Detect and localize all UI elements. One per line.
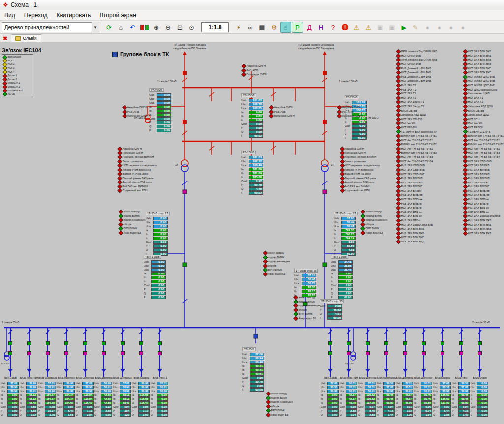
measurement-value: 0.00 (151, 296, 166, 299)
breaker-square[interactable] (384, 341, 388, 345)
measurement-value: 0.00 (157, 109, 171, 113)
measurement-value: 36.96 (101, 390, 112, 393)
breaker-square[interactable] (27, 351, 31, 355)
measurement-key: Ubc (331, 264, 338, 267)
measurement-key: Ic (242, 372, 250, 375)
tools-icon[interactable]: ⚙ (268, 22, 280, 33)
close-schema-button[interactable]: ✖ (2, 36, 8, 42)
menu-vtoroy-ekran[interactable]: Второй экран (95, 11, 140, 20)
refresh-icon[interactable]: ⟳ (103, 22, 115, 33)
menu-vid[interactable]: Вид (0, 11, 20, 20)
binoculars-icon[interactable]: ∞ (245, 22, 256, 33)
label-tn-150-2: ТН-150-2 (367, 116, 378, 119)
alarm-item: підряд ВИМК (267, 396, 293, 400)
feeder-right-4: ВЛ35 МиколаївськеUab36.51Ubc37.01Uca36.9… (377, 328, 396, 417)
warning-ack-icon[interactable]: ⚠ (351, 22, 362, 33)
breaker-square[interactable] (459, 341, 463, 345)
breaker-square[interactable] (347, 351, 351, 355)
measurement-row: Ia116.04 (76, 393, 94, 397)
undo-icon[interactable]: ↶ (127, 22, 138, 33)
measurement-row: Ia136.63 (358, 393, 377, 397)
breaker-square[interactable] (422, 341, 426, 345)
zoom-in-icon[interactable]: ⊕ (151, 22, 162, 33)
tab-olvia[interactable]: Ольвія (11, 34, 41, 42)
mode-d-icon[interactable]: Д (304, 22, 315, 33)
breaker-square[interactable] (158, 341, 162, 345)
breaker-square[interactable] (441, 341, 444, 345)
status-item: ТЕП/ВН тя ВКЛ комплекс ТУ (397, 129, 438, 134)
measurement-value: 162.12 (249, 160, 263, 163)
measurement-row: Q1.06 (396, 413, 414, 417)
breaker-square[interactable] (478, 341, 482, 345)
breaker-square[interactable] (366, 341, 370, 345)
alarm-item-label: підряд незаведен (271, 400, 293, 403)
breaker-square[interactable] (102, 341, 106, 345)
measurement-value: 36.48 (302, 278, 316, 281)
menu-perehod[interactable]: Переход (20, 11, 52, 20)
pan-hand-icon[interactable]: ☝ (280, 22, 291, 33)
menu-kvitirovat[interactable]: Квитировать (52, 11, 95, 20)
measurement-value: 794.14 (341, 237, 356, 240)
measurement-key: Cosf (433, 405, 440, 408)
breaker-square[interactable] (8, 341, 12, 345)
alarm-list: зникл заводупідряд ВИМКпідряд незаведено… (294, 295, 320, 320)
breaker-square[interactable] (64, 351, 68, 355)
breaker-square[interactable] (403, 341, 407, 345)
chevron-down-icon[interactable]: ▼ (92, 22, 99, 33)
measurement-key: Cosf (358, 405, 365, 408)
mode-n-icon[interactable]: Н (315, 22, 327, 33)
breaker-square[interactable] (328, 351, 332, 355)
breaker-square[interactable] (64, 341, 68, 345)
measurement-value: 0.00 (338, 292, 353, 295)
alarm-item: Перемик. зв'язок ВИМКН (118, 155, 158, 159)
led-toggle-icon[interactable] (139, 22, 150, 33)
breaker-square[interactable] (328, 341, 332, 345)
breaker-square[interactable] (46, 351, 50, 355)
breaker-square[interactable] (347, 341, 351, 345)
alarm-icon[interactable]: ! (339, 22, 350, 33)
breaker-square[interactable] (139, 351, 143, 355)
printer-icon[interactable]: ▤ (256, 22, 268, 33)
breaker-square[interactable] (366, 351, 370, 355)
start-icon[interactable]: ▶ (398, 22, 410, 33)
breaker-square[interactable] (121, 351, 125, 355)
breaker-square[interactable] (46, 341, 50, 345)
feeder-left-1: ТВП-1 35кВUab37.01Ubc36.96Uca36.91Ia0.00… (1, 328, 20, 417)
measurement-key: P (146, 244, 153, 247)
breaker-square[interactable] (8, 351, 12, 355)
breaker-square[interactable] (102, 351, 106, 355)
feeder-graphic (151, 328, 169, 377)
plug-icon[interactable]: ⚡ (233, 22, 244, 33)
feeder-panel: Uab37.01Ubc36.96Uca36.91Ia116.04Ib116.04… (76, 381, 94, 417)
alarm-item-label: Другий рівень ГАЗ реле (123, 181, 152, 183)
breaker-square[interactable] (441, 351, 444, 355)
status-diamond-icon (463, 70, 468, 75)
breaker-square[interactable] (403, 351, 407, 355)
status-item: ВИМКН авт ТН-ВЗ-КВ ТУ-В1 (397, 134, 438, 138)
breaker-square[interactable] (459, 351, 463, 355)
breaker-square[interactable] (158, 351, 162, 355)
measurement-row: Ib790.25 (334, 232, 358, 236)
status-item-label: НСТ РЕЗ-ВН (401, 126, 417, 129)
measurement-key: Ia (149, 105, 157, 108)
breaker-square[interactable] (83, 341, 87, 345)
breaker-square[interactable] (422, 351, 426, 355)
measurement-row: Ia48.37 (396, 393, 414, 397)
breaker-square[interactable] (121, 341, 125, 345)
breaker-square[interactable] (83, 351, 87, 355)
breaker-square[interactable] (139, 341, 143, 345)
help-icon[interactable]: ? (327, 22, 339, 33)
warning-list-icon[interactable]: ⚠ (363, 22, 374, 33)
measurement-value: 161.03 (249, 156, 263, 159)
zoom-window-icon[interactable]: ⊙ (186, 22, 197, 33)
breaker-square[interactable] (478, 351, 482, 355)
measurement-key: Ib (358, 397, 365, 400)
breaker-square[interactable] (27, 341, 31, 345)
tree-selector[interactable]: Дерево принадлежностей ▼ (2, 22, 99, 32)
alarm-diamond-icon (361, 210, 365, 214)
breaker-square[interactable] (384, 351, 388, 355)
zoom-fit-icon[interactable]: ⊡ (174, 22, 186, 33)
home-icon[interactable]: ⌂ (115, 22, 126, 33)
mode-p-icon[interactable]: Р (292, 22, 303, 33)
zoom-out-icon[interactable]: ⊖ (162, 22, 174, 33)
